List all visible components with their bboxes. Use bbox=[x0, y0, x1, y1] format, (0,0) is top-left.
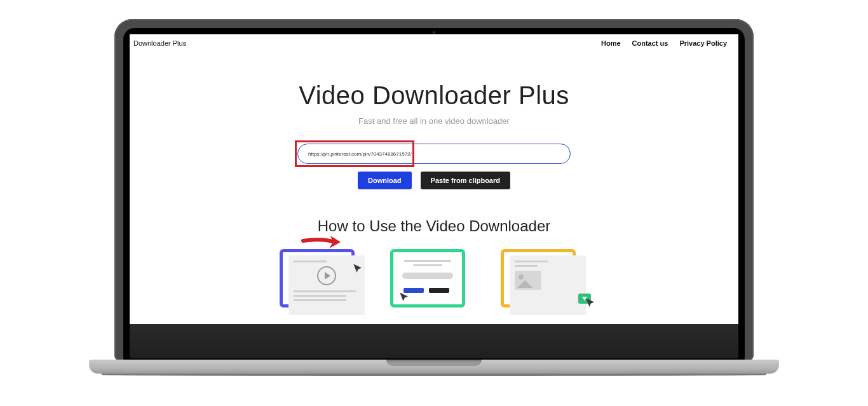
top-bar: Downloader Plus Home Contact us Privacy … bbox=[130, 34, 738, 51]
laptop-chin bbox=[130, 324, 738, 358]
main-nav: Home Contact us Privacy Policy bbox=[601, 39, 727, 47]
nav-privacy[interactable]: Privacy Policy bbox=[679, 39, 727, 47]
card-body bbox=[288, 255, 365, 315]
image-thumbnail-icon bbox=[515, 271, 541, 290]
laptop-body: Downloader Plus Home Contact us Privacy … bbox=[114, 19, 754, 362]
paste-clipboard-button[interactable]: Paste from clipboard bbox=[421, 172, 510, 189]
laptop-bezel: Downloader Plus Home Contact us Privacy … bbox=[123, 28, 745, 362]
hero-section: Video Downloader Plus Fast and free all … bbox=[130, 51, 738, 316]
trackpad-notch-icon bbox=[386, 360, 482, 366]
nav-contact[interactable]: Contact us bbox=[632, 39, 668, 47]
button-row: Download Paste from clipboard bbox=[130, 172, 738, 189]
mini-paste-icon bbox=[429, 288, 449, 293]
cursor-icon bbox=[585, 297, 596, 309]
download-button[interactable]: Download bbox=[358, 172, 412, 189]
howto-card-2 bbox=[390, 249, 478, 316]
laptop-base bbox=[114, 360, 754, 380]
nav-home[interactable]: Home bbox=[601, 39, 621, 47]
card-body bbox=[510, 255, 586, 315]
url-input[interactable] bbox=[297, 144, 571, 164]
howto-card-3 bbox=[501, 249, 588, 316]
page-title: Video Downloader Plus bbox=[130, 81, 738, 110]
url-input-row bbox=[297, 144, 571, 164]
page-subtitle: Fast and free all in one video downloade… bbox=[130, 116, 738, 126]
laptop-mockup: Downloader Plus Home Contact us Privacy … bbox=[114, 19, 754, 388]
cursor-icon bbox=[398, 292, 410, 303]
howto-cards bbox=[130, 249, 738, 316]
webpage-screen: Downloader Plus Home Contact us Privacy … bbox=[130, 34, 738, 324]
play-icon bbox=[317, 266, 336, 285]
howto-card-1 bbox=[280, 249, 367, 316]
howto-title: How to Use the Video Downloader bbox=[130, 217, 738, 235]
cursor-icon bbox=[352, 263, 363, 274]
card-frame-icon bbox=[390, 249, 465, 308]
brand-title: Downloader Plus bbox=[133, 39, 186, 47]
